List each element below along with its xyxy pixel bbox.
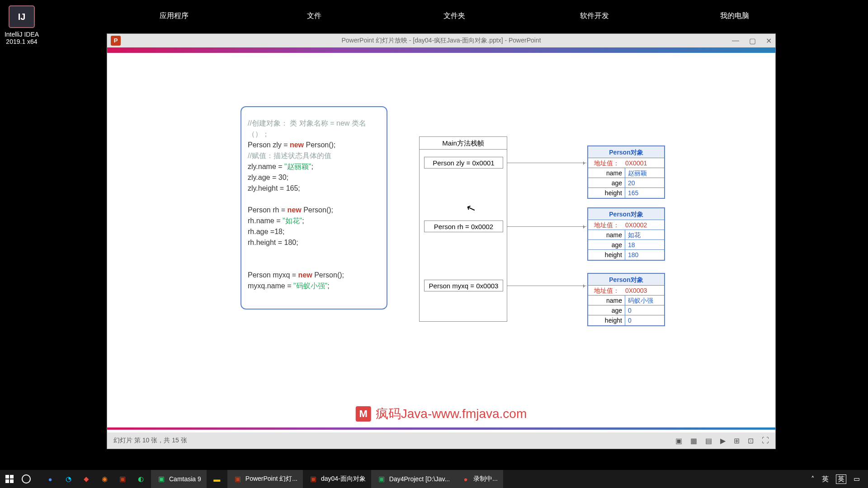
- stack-title: Main方法栈帧: [420, 137, 507, 150]
- brand-text: 疯码Java-www.fmjava.com: [376, 405, 527, 422]
- taskbar-explorer[interactable]: ▬: [207, 470, 227, 488]
- arrow-icon: [507, 226, 586, 227]
- window-maximize-button[interactable]: ▢: [749, 37, 756, 45]
- object-title: Person对象: [588, 146, 664, 158]
- code-comment: //赋值：描述状态具体的值: [248, 150, 380, 161]
- view-zoom-icon[interactable]: ⊡: [748, 436, 754, 445]
- desktop-icon-label: IntelliJ IDEA: [4, 31, 40, 38]
- view-reading-icon[interactable]: ▤: [705, 436, 712, 445]
- slide-counter: 幻灯片 第 10 张，共 15 张: [113, 436, 187, 445]
- shelf-apps[interactable]: 应用程序: [104, 9, 244, 23]
- object-title: Person对象: [588, 274, 664, 286]
- window-titlebar[interactable]: P PowerPoint 幻灯片放映 - [day04-疯狂Java-面向对象.…: [107, 34, 775, 47]
- camtasia-icon: ▣: [156, 474, 166, 484]
- slide-brand-footer: M 疯码Java-www.fmjava.com: [356, 405, 527, 422]
- cortana-icon[interactable]: [22, 474, 31, 483]
- powerpoint-statusbar: 幻灯片 第 10 张，共 15 张 ▣ ▦ ▤ ▶ ⊞ ⊡ ⛶: [107, 432, 775, 449]
- arrow-icon: [507, 286, 586, 286]
- shelf-dev[interactable]: 软件开发: [524, 9, 665, 23]
- arrow-icon: [507, 163, 586, 163]
- ime-indicator[interactable]: 英: [822, 475, 829, 483]
- slide-stack-frame: Main方法栈帧 Person zly = 0x0001 Person rh =…: [419, 136, 507, 322]
- taskbar-intellij[interactable]: ▣ Day4Project [D:\Jav...: [371, 470, 455, 488]
- shelf-topbar: 应用程序 文件 文件夹 软件开发 我的电脑: [104, 9, 805, 23]
- footer-gradient: [107, 427, 775, 430]
- shelf-pc[interactable]: 我的电脑: [665, 9, 805, 23]
- taskbar-powerpoint-doc[interactable]: ▣ day04-面向对象: [303, 470, 371, 488]
- powerpoint-icon: P: [111, 36, 121, 46]
- tray-chevron-icon[interactable]: ˄: [811, 475, 815, 483]
- shelf-folder[interactable]: 文件夹: [384, 9, 524, 23]
- stack-slot-rh: Person rh = 0x0002: [424, 221, 503, 232]
- firefox-icon[interactable]: ◉: [99, 474, 109, 484]
- slide-code-box: //创建对象： 类 对象名称 = new 类名（）； Person zly = …: [241, 106, 387, 310]
- code-comment: //创建对象： 类 对象名称 = new 类名（）；: [248, 118, 380, 140]
- pin-icon[interactable]: ◐: [136, 474, 146, 484]
- ribbon-gradient: [107, 47, 775, 53]
- view-fit-icon[interactable]: ⛶: [762, 436, 769, 445]
- window-close-button[interactable]: ✕: [766, 37, 772, 45]
- taskbar-powerpoint-show[interactable]: ▣ PowerPoint 幻灯...: [227, 470, 303, 488]
- notification-icon[interactable]: ▭: [854, 475, 860, 483]
- slide-canvas[interactable]: //创建对象： 类 对象名称 = new 类名（）； Person zly = …: [107, 53, 775, 428]
- window-minimize-button[interactable]: —: [732, 37, 739, 45]
- slide-object-box-1: Person对象 地址值：0X0001 name赵丽颖 age20 height…: [587, 145, 665, 199]
- slide-object-box-2: Person对象 地址值：0X0002 name如花 age18 height1…: [587, 207, 665, 261]
- record-icon: ●: [461, 474, 471, 484]
- taskbar-recorder[interactable]: ● 录制中...: [455, 470, 503, 488]
- folder-icon: ▬: [212, 474, 222, 484]
- view-slideshow-icon[interactable]: ▶: [720, 436, 726, 445]
- view-sorter-icon[interactable]: ▦: [690, 436, 697, 445]
- intellij-icon: ▣: [377, 474, 387, 484]
- start-button[interactable]: [5, 475, 14, 483]
- stack-slot-myxq: Person myxq = 0x0003: [424, 280, 503, 291]
- edge-icon[interactable]: ◔: [63, 474, 73, 484]
- taskbar-camtasia[interactable]: ▣ Camtasia 9: [151, 470, 207, 488]
- stack-slot-zly: Person zly = 0x0001: [424, 157, 503, 169]
- desktop-icon-intellij[interactable]: IJ IntelliJ IDEA 2019.1 x64: [4, 5, 40, 45]
- shelf-file[interactable]: 文件: [244, 9, 384, 23]
- powerpoint-icon: ▣: [308, 474, 318, 484]
- pin-icon[interactable]: ◆: [81, 474, 91, 484]
- powerpoint-icon: ▣: [233, 474, 243, 484]
- taskbar-pinned-icons[interactable]: ● ◔ ◆ ◉ ▣ ◐: [40, 470, 151, 488]
- system-tray[interactable]: ˄ 英 英 ▭: [811, 474, 868, 484]
- desktop-icon-label-2: 2019.1 x64: [4, 38, 40, 45]
- chrome-icon[interactable]: ●: [45, 474, 55, 484]
- object-title: Person对象: [588, 208, 664, 220]
- powerpoint-window: P PowerPoint 幻灯片放映 - [day04-疯狂Java-面向对象.…: [107, 33, 776, 449]
- view-normal-icon[interactable]: ▣: [675, 436, 682, 445]
- windows-taskbar: ● ◔ ◆ ◉ ▣ ◐ ▣ Camtasia 9 ▬ ▣ PowerPoint …: [0, 470, 868, 488]
- ime-indicator-2[interactable]: 英: [836, 474, 846, 484]
- window-title: PowerPoint 幻灯片放映 - [day04-疯狂Java-面向对象.pp…: [341, 37, 541, 45]
- pin-icon[interactable]: ▣: [118, 474, 127, 484]
- intellij-icon: IJ: [9, 5, 35, 28]
- slide-object-box-3: Person对象 地址值：0X0003 name码蚁小强 age0 height…: [587, 273, 665, 326]
- brand-icon: M: [356, 406, 371, 422]
- view-notes-icon[interactable]: ⊞: [734, 436, 740, 445]
